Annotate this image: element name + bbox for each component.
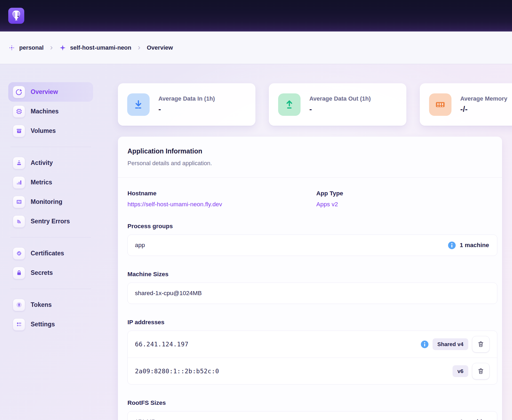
info-icon[interactable] (421, 340, 429, 348)
sidebar-item-tokens[interactable]: Tokens (8, 295, 93, 315)
sidebar-item-monitoring[interactable]: Monitoring (8, 192, 93, 212)
sidebar-item-label: Certificates (31, 250, 64, 257)
sidebar-item-sentry-errors[interactable]: Sentry Errors (8, 212, 93, 231)
sparkle-icon (59, 44, 66, 51)
badge-check-icon (13, 247, 25, 260)
ip-addresses-section: IP addresses 66.241.124.197 Shared v (127, 319, 497, 385)
hostname-label: Hostname (127, 190, 316, 197)
stat-value: - (309, 105, 371, 114)
pie-chart-icon (13, 86, 25, 98)
stat-label: Average Memory (460, 95, 507, 102)
breadcrumb-org[interactable]: personal (8, 44, 44, 51)
sidebar-item-label: Sentry Errors (31, 218, 70, 225)
top-header (0, 0, 512, 31)
sidebar-item-label: Activity (31, 159, 53, 167)
machine-count: 1 machine (460, 242, 489, 249)
bar-chart-icon (13, 176, 25, 189)
ip-row: 2a09:8280:1::2b:b52c:0 v6 (128, 358, 497, 384)
sidebar-item-volumes[interactable]: Volumes (8, 121, 93, 141)
sidebar-divider (10, 237, 91, 237)
ip-type-badge: v6 (453, 365, 468, 377)
stat-label: Average Data Out (1h) (309, 95, 371, 102)
rootfs-row: 171 MB 1 machine (127, 411, 497, 420)
sidebar-item-metrics[interactable]: Metrics (8, 173, 93, 192)
sidebar: Overview Machines Volumes (8, 82, 93, 334)
main-content: Average Data In (1h) - Average Data Out … (118, 64, 512, 420)
machine-size-row: shared-1x-cpu@1024MB (127, 283, 497, 304)
sidebar-item-settings[interactable]: Settings (8, 315, 93, 334)
stat-card-memory: Average Memory -/- (420, 83, 512, 126)
lock-icon (13, 267, 25, 279)
app-type-label: App Type (316, 190, 343, 197)
trash-icon (477, 368, 484, 375)
stats-row: Average Data In (1h) - Average Data Out … (118, 83, 512, 126)
sidebar-item-label: Machines (31, 108, 59, 115)
rootfs-sizes-section: RootFS Sizes 171 MB 1 machine (127, 399, 497, 420)
sidebar-item-activity[interactable]: Activity (8, 153, 93, 173)
hostname-field: Hostname https://self-host-umami-neon.fl… (127, 190, 316, 208)
hostname-link[interactable]: https://self-host-umami-neon.fly.dev (127, 201, 222, 208)
app-type-link[interactable]: Apps v2 (316, 201, 338, 208)
machine-sizes-label: Machine Sizes (127, 271, 497, 278)
ip-row: 66.241.124.197 Shared v4 (128, 331, 497, 358)
ip-type-badge: Shared v4 (433, 338, 468, 350)
sidebar-item-label: Monitoring (31, 198, 62, 205)
ip-addresses-label: IP addresses (127, 319, 497, 326)
sidebar-item-certificates[interactable]: Certificates (8, 244, 93, 263)
breadcrumb-app-label: self-host-umami-neon (70, 44, 131, 51)
rootfs-size: 171 MB (135, 418, 156, 420)
chevron-right-icon: › (50, 43, 53, 52)
sidebar-divider (10, 147, 91, 147)
divider (118, 177, 502, 178)
toggles-icon (13, 318, 25, 331)
card-subtitle: Personal details and application. (127, 160, 493, 167)
sentry-icon (13, 215, 25, 228)
sidebar-item-label: Metrics (31, 179, 52, 186)
machine-count: 1 machine (460, 418, 489, 420)
sidebar-item-machines[interactable]: Machines (8, 102, 93, 121)
process-groups-label: Process groups (127, 223, 497, 230)
breadcrumb: personal › self-host-umami-neon › Overvi… (0, 31, 512, 64)
machine-size-value: shared-1x-cpu@1024MB (135, 290, 202, 297)
chip-icon (13, 105, 25, 118)
ip-address: 66.241.124.197 (135, 341, 189, 348)
org-dots-icon (8, 44, 15, 51)
app-type-field: App Type Apps v2 (316, 190, 343, 208)
machine-sizes-section: Machine Sizes shared-1x-cpu@1024MB (127, 271, 497, 304)
stat-card-data-in: Average Data In (1h) - (118, 83, 255, 126)
breadcrumb-page: Overview (147, 44, 173, 51)
sidebar-divider (10, 289, 91, 289)
key-icon (13, 299, 25, 311)
process-group-name: app (135, 242, 145, 249)
process-group-row: app 1 machine (127, 235, 497, 256)
application-information-card: Application Information Personal details… (118, 137, 502, 420)
process-groups-section: Process groups app 1 machine (127, 223, 497, 256)
card-title: Application Information (127, 147, 493, 155)
sidebar-item-label: Settings (31, 321, 55, 328)
breadcrumb-org-label: personal (19, 44, 44, 51)
stat-value: - (158, 105, 215, 114)
package-icon (13, 125, 25, 137)
sidebar-item-label: Secrets (31, 269, 53, 276)
ip-address: 2a09:8280:1::2b:b52c:0 (135, 368, 219, 375)
download-arrow-icon (127, 93, 150, 116)
chevron-right-icon: › (138, 43, 141, 52)
pulse-icon (13, 196, 25, 208)
delete-ip-button[interactable] (472, 363, 490, 379)
stat-card-data-out: Average Data Out (1h) - (269, 83, 406, 126)
sidebar-item-label: Tokens (31, 301, 52, 308)
sidebar-item-label: Volumes (31, 127, 56, 134)
breadcrumb-app[interactable]: self-host-umami-neon (59, 44, 131, 51)
stat-value: -/- (460, 105, 507, 114)
info-icon[interactable] (448, 241, 456, 249)
upload-arrow-icon (278, 93, 301, 116)
delete-ip-button[interactable] (472, 336, 490, 352)
sidebar-item-label: Overview (31, 88, 58, 96)
rootfs-sizes-label: RootFS Sizes (127, 399, 497, 406)
stat-label: Average Data In (1h) (158, 95, 215, 102)
fly-logo[interactable] (8, 8, 24, 24)
stack-icon (13, 157, 25, 169)
sidebar-item-secrets[interactable]: Secrets (8, 263, 93, 283)
sidebar-item-overview[interactable]: Overview (8, 82, 93, 102)
memory-chip-icon (429, 93, 451, 116)
